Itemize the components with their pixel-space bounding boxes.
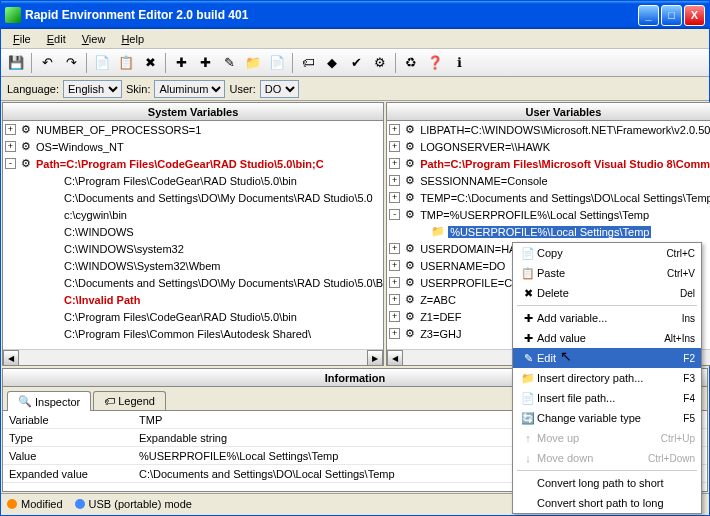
close-button[interactable]: X [684, 5, 705, 26]
refresh-button[interactable]: ♻ [400, 52, 422, 74]
menu-help[interactable]: Help [113, 31, 152, 47]
tree-row[interactable]: 📁%USERPROFILE%\Local Settings\Temp [387, 223, 710, 240]
tree-row[interactable]: -⚙TMP=%USERPROFILE%\Local Settings\Temp [387, 206, 710, 223]
ctx-shortcut: F4 [683, 393, 695, 404]
undo-button[interactable]: ↶ [36, 52, 58, 74]
redo-button[interactable]: ↷ [60, 52, 82, 74]
ctx-label: Delete [537, 287, 680, 299]
expand-icon[interactable]: + [389, 277, 400, 288]
expand-icon[interactable]: + [389, 175, 400, 186]
copy-button[interactable]: 📄 [91, 52, 113, 74]
user-label: User: [229, 83, 255, 95]
tree-row[interactable]: C:\Program Files\CodeGear\RAD Studio\5.0… [3, 308, 383, 325]
tree-row[interactable]: C:\WINDOWS\System32\Wbem [3, 257, 383, 274]
tab-inspector[interactable]: 🔍Inspector [7, 391, 91, 411]
edit-button[interactable]: ✎ [218, 52, 240, 74]
expand-icon[interactable]: + [389, 260, 400, 271]
tree-row[interactable]: +⚙Path=C:\Program Files\Microsoft Visual… [387, 155, 710, 172]
ctx-change-variable-type[interactable]: 🔄Change variable typeF5 [513, 408, 701, 428]
ctx-insert-directory-path-[interactable]: 📁Insert directory path...F3 [513, 368, 701, 388]
var-icon: ⚙ [403, 310, 417, 324]
tree-row[interactable]: C:\Documents and Settings\DO\My Document… [3, 274, 383, 291]
user-panel-title: User Variables [387, 103, 710, 121]
expand-icon[interactable]: - [389, 209, 400, 220]
menu-view[interactable]: View [74, 31, 114, 47]
tree-row[interactable]: C:\Program Files\CodeGear\RAD Studio\5.0… [3, 172, 383, 189]
tree-row[interactable]: +⚙SESSIONNAME=Console [387, 172, 710, 189]
save-button[interactable]: 💾 [5, 52, 27, 74]
tree-label: C:\WINDOWS [64, 226, 134, 238]
expand-icon[interactable]: + [389, 158, 400, 169]
add-button[interactable]: ✚ [170, 52, 192, 74]
tree-row[interactable]: C:\Invalid Path [3, 291, 383, 308]
expand-icon[interactable]: + [389, 311, 400, 322]
ctx-convert-short-path-to-long[interactable]: Convert short path to long [513, 493, 701, 513]
expand-icon[interactable]: + [389, 243, 400, 254]
ctx-icon: ✖ [519, 287, 537, 300]
var-icon: ⚙ [403, 242, 417, 256]
scrollbar[interactable]: ◀▶ [3, 349, 383, 365]
tree-row[interactable]: +⚙TEMP=C:\Documents and Settings\DO\Loca… [387, 189, 710, 206]
ctx-paste[interactable]: 📋PasteCtrl+V [513, 263, 701, 283]
insert-dir-button[interactable]: 📁 [242, 52, 264, 74]
tree-row[interactable]: C:\WINDOWS\system32 [3, 240, 383, 257]
add-value-button[interactable]: ✚ [194, 52, 216, 74]
ctx-shortcut: Ctrl+Up [661, 433, 695, 444]
ctx-delete[interactable]: ✖DeleteDel [513, 283, 701, 303]
skin-label: Skin: [126, 83, 150, 95]
expand-icon[interactable]: + [389, 192, 400, 203]
expand-icon[interactable]: + [389, 294, 400, 305]
ctx-icon: 📁 [519, 372, 537, 385]
expand-icon[interactable]: + [389, 124, 400, 135]
ctx-edit[interactable]: ✎EditF2 [513, 348, 701, 368]
context-menu[interactable]: 📄CopyCtrl+C📋PasteCtrl+V✖DeleteDel✚Add va… [512, 242, 702, 514]
skin-select[interactable]: Aluminum [154, 80, 225, 98]
insert-file-button[interactable]: 📄 [266, 52, 288, 74]
paste-button[interactable]: 📋 [115, 52, 137, 74]
tree-label: LOGONSERVER=\\HAWK [420, 141, 550, 153]
tree-row[interactable]: -⚙Path=C:\Program Files\CodeGear\RAD Stu… [3, 155, 383, 172]
expand-icon[interactable]: - [5, 158, 16, 169]
check-button[interactable]: ✔ [345, 52, 367, 74]
tree-row[interactable]: C:\WINDOWS [3, 223, 383, 240]
var-icon: ⚙ [403, 174, 417, 188]
mark-button[interactable]: ◆ [321, 52, 343, 74]
ctx-copy[interactable]: 📄CopyCtrl+C [513, 243, 701, 263]
ctx-add-value[interactable]: ✚Add valueAlt+Ins [513, 328, 701, 348]
tree-label: Path=C:\Program Files\Microsoft Visual S… [420, 158, 710, 170]
expand-icon[interactable]: + [5, 141, 16, 152]
settings-button[interactable]: ⚙ [369, 52, 391, 74]
expand-icon[interactable]: + [389, 141, 400, 152]
ctx-label: Edit [537, 352, 683, 364]
tree-row[interactable]: c:\cygwin\bin [3, 206, 383, 223]
tab-legend[interactable]: 🏷Legend [93, 391, 166, 410]
ctx-add-variable-[interactable]: ✚Add variable...Ins [513, 308, 701, 328]
lang-select[interactable]: English [63, 80, 122, 98]
help-button[interactable]: ❓ [424, 52, 446, 74]
user-select[interactable]: DO [260, 80, 299, 98]
ctx-convert-long-path-to-short[interactable]: Convert long path to short [513, 473, 701, 493]
tree-row[interactable]: +⚙NUMBER_OF_PROCESSORS=1 [3, 121, 383, 138]
menu-file[interactable]: File [5, 31, 39, 47]
tree-label: C:\WINDOWS\system32 [64, 243, 184, 255]
tree-row[interactable]: +⚙LIBPATH=C:\WINDOWS\Microsoft.NET\Frame… [387, 121, 710, 138]
tree-row[interactable]: +⚙OS=Windows_NT [3, 138, 383, 155]
expand-icon[interactable]: + [389, 328, 400, 339]
system-tree[interactable]: +⚙NUMBER_OF_PROCESSORS=1+⚙OS=Windows_NT-… [3, 121, 383, 349]
tag-button[interactable]: 🏷 [297, 52, 319, 74]
expand-icon[interactable]: + [5, 124, 16, 135]
tree-row[interactable]: +⚙LOGONSERVER=\\HAWK [387, 138, 710, 155]
ctx-label: Insert directory path... [537, 372, 683, 384]
about-button[interactable]: ℹ [448, 52, 470, 74]
maximize-button[interactable]: □ [661, 5, 682, 26]
tree-label: c:\cygwin\bin [64, 209, 127, 221]
menu-edit[interactable]: Edit [39, 31, 74, 47]
tree-label: LIBPATH=C:\WINDOWS\Microsoft.NET\Framewo… [420, 124, 710, 136]
delete-button[interactable]: ✖ [139, 52, 161, 74]
minimize-button[interactable]: _ [638, 5, 659, 26]
ctx-insert-file-path-[interactable]: 📄Insert file path...F4 [513, 388, 701, 408]
ctx-shortcut: F3 [683, 373, 695, 384]
tree-row[interactable]: C:\Program Files\Common Files\Autodesk S… [3, 325, 383, 342]
tree-row[interactable]: C:\Documents and Settings\DO\My Document… [3, 189, 383, 206]
var-icon [47, 310, 61, 324]
